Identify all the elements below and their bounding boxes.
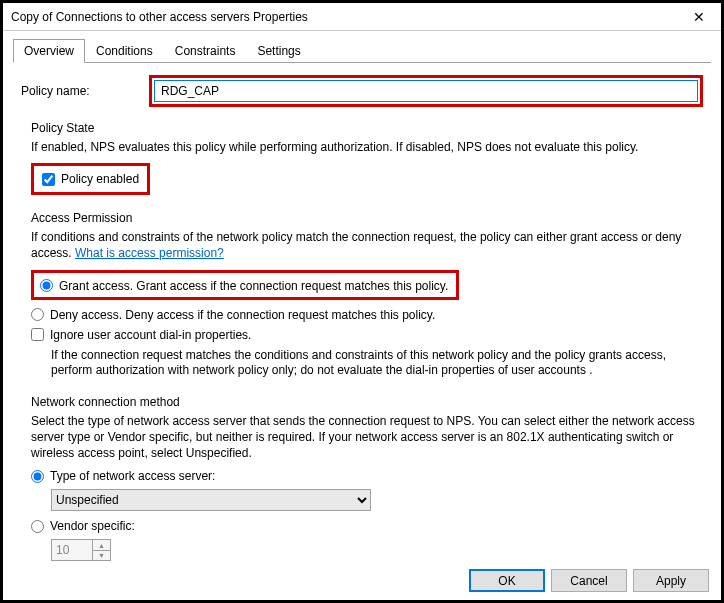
- policy-name-input[interactable]: [154, 80, 698, 102]
- network-connection-desc: Select the type of network access server…: [31, 413, 703, 462]
- tab-settings[interactable]: Settings: [246, 39, 311, 62]
- spinner-down-button[interactable]: ▼: [93, 551, 110, 561]
- window-title: Copy of Connections to other access serv…: [11, 10, 308, 24]
- network-connection-title: Network connection method: [31, 395, 703, 409]
- chevron-down-icon: ▼: [98, 552, 105, 559]
- ignore-dialin-desc: If the connection request matches the co…: [51, 348, 703, 379]
- content-area: Overview Conditions Constraints Settings…: [3, 31, 721, 561]
- tab-overview[interactable]: Overview: [13, 39, 85, 63]
- dialog-window: Copy of Connections to other access serv…: [0, 0, 724, 603]
- policy-name-label: Policy name:: [21, 84, 151, 98]
- cancel-button[interactable]: Cancel: [551, 569, 627, 592]
- nas-type-select[interactable]: Unspecified: [51, 489, 371, 511]
- ignore-dialin-checkbox-wrap[interactable]: Ignore user account dial-in properties.: [31, 328, 703, 342]
- close-button[interactable]: ✕: [677, 3, 721, 31]
- access-permission-desc: If conditions and constraints of the net…: [31, 229, 703, 261]
- policy-state-section: Policy State If enabled, NPS evaluates t…: [31, 121, 703, 195]
- access-permission-title: Access Permission: [31, 211, 703, 225]
- apply-button[interactable]: Apply: [633, 569, 709, 592]
- close-icon: ✕: [693, 9, 705, 25]
- tab-strip: Overview Conditions Constraints Settings: [13, 39, 711, 63]
- spinner-up-button[interactable]: ▲: [93, 540, 110, 551]
- network-connection-section: Network connection method Select the typ…: [31, 395, 703, 561]
- policy-name-highlight: [149, 75, 703, 107]
- grant-access-radio-wrap[interactable]: Grant access. Grant access if the connec…: [40, 279, 448, 293]
- grant-access-radio[interactable]: [40, 279, 53, 292]
- deny-access-label: Deny access. Deny access if the connecti…: [50, 308, 435, 322]
- tab-constraints[interactable]: Constraints: [164, 39, 247, 62]
- nas-type-radio[interactable]: [31, 470, 44, 483]
- nas-type-radio-wrap[interactable]: Type of network access server:: [31, 469, 703, 483]
- ok-button[interactable]: OK: [469, 569, 545, 592]
- spinner-buttons: ▲ ▼: [92, 540, 110, 560]
- vendor-specific-spinner: ▲ ▼: [51, 539, 111, 561]
- policy-name-row: Policy name:: [21, 75, 703, 107]
- tab-conditions[interactable]: Conditions: [85, 39, 164, 62]
- titlebar: Copy of Connections to other access serv…: [3, 3, 721, 31]
- vendor-specific-radio-wrap[interactable]: Vendor specific:: [31, 519, 703, 533]
- deny-access-radio[interactable]: [31, 308, 44, 321]
- access-permission-section: Access Permission If conditions and cons…: [31, 211, 703, 379]
- tab-panel-overview: Policy name: Policy State If enabled, NP…: [13, 63, 711, 561]
- policy-enabled-checkbox[interactable]: [42, 173, 55, 186]
- chevron-up-icon: ▲: [98, 542, 105, 549]
- vendor-specific-radio[interactable]: [31, 520, 44, 533]
- access-permission-link[interactable]: What is access permission?: [75, 246, 224, 260]
- grant-access-highlight: Grant access. Grant access if the connec…: [31, 270, 459, 300]
- ignore-dialin-checkbox[interactable]: [31, 328, 44, 341]
- nas-type-label: Type of network access server:: [50, 469, 215, 483]
- grant-access-label: Grant access. Grant access if the connec…: [59, 279, 448, 293]
- policy-enabled-checkbox-wrap[interactable]: Policy enabled: [42, 172, 139, 186]
- vendor-specific-input: [52, 540, 92, 560]
- policy-enabled-label: Policy enabled: [61, 172, 139, 186]
- vendor-specific-label: Vendor specific:: [50, 519, 135, 533]
- dialog-footer: OK Cancel Apply: [3, 561, 721, 600]
- ignore-dialin-label: Ignore user account dial-in properties.: [50, 328, 251, 342]
- deny-access-radio-wrap[interactable]: Deny access. Deny access if the connecti…: [31, 308, 703, 322]
- policy-state-desc: If enabled, NPS evaluates this policy wh…: [31, 139, 703, 155]
- policy-state-title: Policy State: [31, 121, 703, 135]
- policy-enabled-highlight: Policy enabled: [31, 163, 150, 195]
